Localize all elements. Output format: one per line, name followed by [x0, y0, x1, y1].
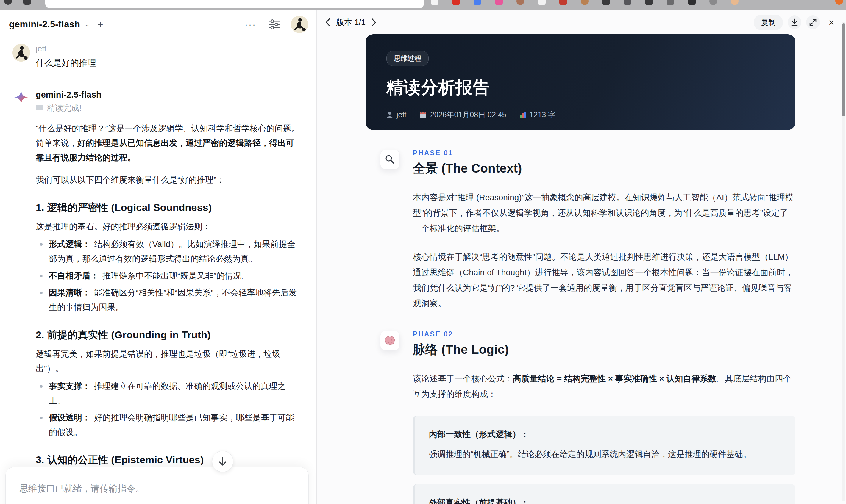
- section-lead: 这是推理的基石。好的推理必须遵循逻辑法则：: [36, 219, 302, 234]
- close-icon: ×: [828, 17, 834, 28]
- phase2-icon-card: [380, 331, 400, 350]
- more-options-button[interactable]: ···: [245, 19, 256, 30]
- dimensions-lead: 我们可以从以下四个维度来衡量什么是“好的推理”：: [36, 173, 302, 187]
- bullet-list: 事实支撑：推理建立在可靠的数据、准确的观测或公认的真理之上。 假设透明：好的推理…: [36, 379, 302, 439]
- extension-icon[interactable]: [474, 0, 481, 5]
- chat-scroll-area[interactable]: jeff 什么是好的推理: [0, 36, 316, 504]
- report-actions: 复制 ×: [754, 15, 838, 30]
- phase-title: 脉络 (The Logic): [413, 341, 795, 358]
- scrollbar-thumb[interactable]: [842, 23, 845, 116]
- magnifier-icon: [385, 155, 395, 164]
- extension-icon[interactable]: [495, 0, 503, 5]
- section-lead: 逻辑再完美，如果前提是错误的，推理也是垃圾（即“垃圾进，垃圾出”）。: [36, 347, 302, 376]
- report-scroll-area[interactable]: 思维过程 精读分析报告 jeff: [317, 30, 846, 504]
- assistant-message: gemini-2.5-flash 精读完成! “什么是好的推理？”这是一个涉及逻…: [12, 90, 302, 504]
- prev-version-button[interactable]: [325, 18, 331, 27]
- expand-button[interactable]: [806, 16, 820, 29]
- report-title: 精读分析报告: [386, 76, 775, 99]
- extension-icon[interactable]: [581, 0, 588, 5]
- extension-icon[interactable]: [667, 0, 674, 5]
- extension-icon[interactable]: [709, 0, 717, 5]
- browser-url-bar[interactable]: [45, 0, 424, 8]
- list-item: 事实支撑：推理建立在可靠的数据、准确的观测或公认的真理之上。: [36, 379, 302, 408]
- version-label: 版本 1/1: [336, 17, 366, 28]
- copy-button[interactable]: 复制: [754, 15, 783, 30]
- download-icon: [791, 18, 798, 26]
- report-hero-card: 思维过程 精读分析报告 jeff: [366, 34, 795, 130]
- extension-icon[interactable]: [516, 0, 524, 5]
- extension-icon[interactable]: [431, 0, 439, 5]
- settings-sliders-icon[interactable]: [268, 19, 280, 30]
- report-meta: jeff 2026年01月08日 02:45: [386, 110, 775, 120]
- card-title: 外部真实性（前提基础）：: [429, 497, 781, 504]
- next-version-button[interactable]: [371, 18, 377, 27]
- book-icon: [36, 104, 44, 112]
- person-icon: [386, 111, 393, 119]
- intro-paragraph: “什么是好的推理？”这是一个涉及逻辑学、认知科学和哲学核心的问题。简单来说，好的…: [36, 121, 302, 165]
- meta-date: 2026年01月08日 02:45: [419, 110, 506, 120]
- meta-word-count: 1213 字: [519, 110, 556, 120]
- scroll-to-bottom-button[interactable]: [212, 451, 233, 472]
- brain-icon: [385, 336, 395, 345]
- extension-icon[interactable]: [559, 0, 567, 5]
- list-item: 假设透明：好的推理会明确指明哪些是已知事实，哪些是基于可能的假设。: [36, 410, 302, 439]
- profile-avatar-icon[interactable]: [731, 0, 739, 5]
- assistant-status: 精读完成!: [36, 103, 302, 113]
- browser-apps-icon[interactable]: [23, 0, 31, 5]
- phase-label: PHASE 01: [413, 149, 795, 157]
- list-item: 因果清晰：能准确区分“相关性”和“因果关系”，不会轻率地将先后发生的事情归为因果…: [36, 285, 302, 314]
- timeline-connector: [390, 355, 390, 504]
- extension-icon[interactable]: [452, 0, 460, 5]
- model-title[interactable]: gemini-2.5-flash: [9, 19, 80, 30]
- timeline-connector: [390, 174, 390, 328]
- card-body: 强调推理的“机械正确”。结论必须在给定的规则系统内逻辑自洽，这是推理的硬件基础。: [429, 447, 781, 462]
- composer[interactable]: 思维接口已就绪，请传输指令。 +: [5, 467, 309, 504]
- browser-extension-row: [431, 0, 739, 5]
- chat-header: gemini-2.5-flash ⌄ + ···: [0, 10, 316, 36]
- extension-icon[interactable]: [688, 0, 696, 5]
- extension-icon[interactable]: [624, 0, 631, 5]
- phase1-paragraph-1: 本内容是对“推理 (Reasoning)”这一抽象概念的高层建模。在知识爆炸与人…: [413, 190, 795, 236]
- browser-chrome-strip: [0, 0, 846, 10]
- card-title: 内部一致性（形式逻辑）：: [429, 429, 781, 440]
- model-caret-icon[interactable]: ⌄: [84, 20, 90, 28]
- browser-menu-icon[interactable]: [835, 0, 843, 5]
- browser-back-icon[interactable]: [4, 0, 12, 5]
- user-message: jeff 什么是好的推理: [12, 44, 302, 69]
- report-panel: 版本 1/1 复制: [317, 10, 846, 504]
- phase-label: PHASE 02: [413, 330, 795, 338]
- extension-icon[interactable]: [645, 0, 653, 5]
- meta-author: jeff: [386, 110, 406, 119]
- version-navigator: 版本 1/1: [325, 17, 377, 28]
- assistant-markdown: “什么是好的推理？”这是一个涉及逻辑学、认知科学和哲学核心的问题。简单来说，好的…: [36, 121, 302, 504]
- bar-chart-icon: [519, 111, 526, 119]
- user-avatar: [12, 44, 30, 61]
- report-toolbar: 版本 1/1 复制: [317, 10, 846, 30]
- new-chat-button[interactable]: +: [98, 19, 103, 30]
- gemini-logo-icon: [14, 90, 28, 504]
- section-heading: 2. 前提的真实性 (Grounding in Truth): [36, 328, 302, 342]
- chat-panel: gemini-2.5-flash ⌄ + ···: [0, 10, 317, 504]
- dimension-card-1: 内部一致性（形式逻辑）： 强调推理的“机械正确”。结论必须在给定的规则系统内逻辑…: [413, 416, 795, 475]
- phase-title: 全景 (The Context): [413, 160, 795, 177]
- extension-icon[interactable]: [538, 0, 546, 5]
- assistant-name: gemini-2.5-flash: [36, 90, 302, 100]
- phase1-paragraph-2: 核心情境在于解决“思考的随意性”问题。不论是人类通过批判性思维进行决策，还是大语…: [413, 249, 795, 311]
- expand-icon: [809, 18, 817, 26]
- extension-icon[interactable]: [602, 0, 610, 5]
- list-item: 不自相矛盾：推理链条中不能出现“既是又非”的情况。: [36, 268, 302, 283]
- section-heading: 1. 逻辑的严密性 (Logical Soundness): [36, 201, 302, 215]
- phase-section-2: PHASE 02 脉络 (The Logic) 该论述基于一个核心公式：高质量结…: [380, 330, 795, 504]
- list-item: 形式逻辑：结构必须有效（Valid）。比如演绎推理中，如果前提全部为真，那么通过…: [36, 237, 302, 266]
- download-button[interactable]: [788, 16, 801, 29]
- phase1-icon-card: [380, 150, 400, 169]
- composer-placeholder: 思维接口已就绪，请传输指令。: [19, 483, 295, 495]
- bullet-list: 形式逻辑：结构必须有效（Valid）。比如演绎推理中，如果前提全部为真，那么通过…: [36, 237, 302, 314]
- phase-section-1: PHASE 01 全景 (The Context) 本内容是对“推理 (Reas…: [380, 149, 795, 311]
- user-avatar[interactable]: [291, 16, 308, 33]
- section-heading: 3. 认知的公正性 (Epistemic Virtues): [36, 453, 302, 467]
- calendar-icon: [419, 111, 427, 119]
- close-panel-button[interactable]: ×: [825, 16, 838, 29]
- arrow-down-icon: [218, 457, 227, 466]
- phase2-lead: 该论述基于一个核心公式：高质量结论 = 结构完整性 × 事实准确性 × 认知自律…: [413, 371, 795, 402]
